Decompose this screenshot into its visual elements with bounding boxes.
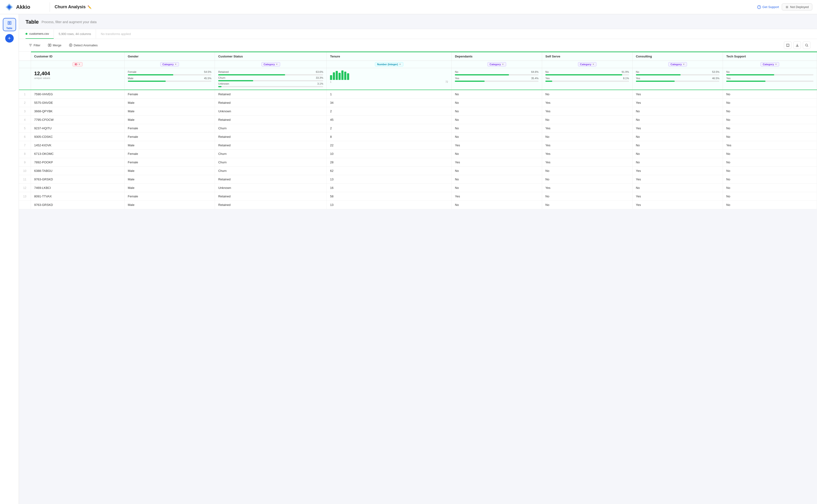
filter-label: Filter bbox=[34, 43, 40, 47]
type-cell-gender[interactable]: Category ▼ bbox=[124, 61, 215, 68]
edit-icon[interactable]: ✏️ bbox=[87, 5, 91, 9]
cell-gender: Male bbox=[124, 167, 215, 175]
col-header-customer-status[interactable]: Customer Status bbox=[215, 52, 327, 61]
type-row: ID ▼ Category ▼ Category ▼ Number (Integ… bbox=[19, 61, 817, 68]
not-deployed-button[interactable]: Not Deployed bbox=[782, 4, 812, 10]
type-badge-tech-support[interactable]: Category ▼ bbox=[761, 62, 779, 66]
download-icon-button[interactable] bbox=[793, 41, 801, 49]
cell-dependants: No bbox=[452, 116, 542, 124]
table-row[interactable]: 13 8091-TTVAX Female Retained 58 Yes No … bbox=[19, 192, 817, 201]
cell-tenure: 13 bbox=[327, 175, 452, 184]
type-badge-dependants[interactable]: Category ▼ bbox=[487, 62, 506, 66]
filter-button[interactable]: Filter bbox=[26, 42, 44, 48]
table-row[interactable]: 12 7469-LKBCI Male Unknown 16 No Yes No … bbox=[19, 184, 817, 192]
type-cell-tech-support[interactable]: Category ▼ bbox=[723, 61, 817, 68]
type-cell-customer-id[interactable]: ID ▼ bbox=[31, 61, 124, 68]
type-badge-consulting[interactable]: Category ▼ bbox=[668, 62, 687, 66]
table-row[interactable]: 9 7892-POOKP Female Churn 28 Yes Yes No … bbox=[19, 158, 817, 167]
cell-status: Churn bbox=[215, 150, 327, 158]
save-icon-button[interactable] bbox=[784, 41, 791, 49]
table-row[interactable]: 7 1452-KIOVK Male Retained 22 Yes Yes No… bbox=[19, 141, 817, 150]
header-divider bbox=[50, 2, 50, 12]
file-bar: customers.csv 5,900 rows, 44 columns No … bbox=[19, 29, 817, 39]
stats-tech-support: No Yes bbox=[723, 68, 817, 90]
type-cell-tenure[interactable]: Number (Integer) ▼ bbox=[327, 61, 452, 68]
merge-icon bbox=[48, 43, 51, 47]
type-badge-self-serve[interactable]: Category ▼ bbox=[578, 62, 597, 66]
project-title: Churn Analysis ✏️ bbox=[55, 4, 91, 9]
col-header-tenure[interactable]: Tenure bbox=[327, 52, 452, 61]
add-icon: + bbox=[8, 35, 11, 41]
cell-gender: Male bbox=[124, 175, 215, 184]
logo-text: Akkio bbox=[16, 4, 30, 10]
stat-row-female: Female 54.5% bbox=[128, 70, 212, 73]
merge-button[interactable]: Merge bbox=[45, 42, 65, 48]
stats-self-serve: No 91.9% Yes 8.1% bbox=[542, 68, 633, 90]
cell-status: Retained bbox=[215, 99, 327, 107]
stats-customer-status: Retained 63.6% Churn 33.3% Unknown 3.1% bbox=[215, 68, 327, 90]
svg-line-21 bbox=[807, 46, 808, 47]
table-row[interactable]: 8 6713-OKOMC Female Churn 10 No Yes No N… bbox=[19, 150, 817, 158]
cell-consulting: No bbox=[632, 184, 723, 192]
cell-self-serve: Yes bbox=[542, 107, 633, 116]
page-header: Table Process, filter and augment your d… bbox=[19, 14, 817, 29]
cell-consulting: Yes bbox=[632, 124, 723, 133]
file-tab[interactable]: customers.csv bbox=[26, 29, 54, 39]
data-tbody: 1 7590-VHVEG Female Retained 1 No No Yes… bbox=[19, 90, 817, 209]
col-header-self-serve[interactable]: Self Serve bbox=[542, 52, 633, 61]
type-badge-id[interactable]: ID ▼ bbox=[73, 62, 83, 66]
sidebar-item-table[interactable]: ⊞ Table bbox=[3, 18, 16, 31]
type-badge-status[interactable]: Category ▼ bbox=[261, 62, 280, 66]
type-badge-gender[interactable]: Category ▼ bbox=[160, 62, 179, 66]
table-row[interactable]: 10 6388-TABGU Male Churn 62 No No Yes No bbox=[19, 167, 817, 175]
cell-status: Retained bbox=[215, 141, 327, 150]
cell-tenure: 8 bbox=[327, 133, 452, 141]
cell-gender: Male bbox=[124, 99, 215, 107]
cell-tenure: 1 bbox=[327, 90, 452, 99]
col-header-consulting[interactable]: Consulting bbox=[632, 52, 723, 61]
cell-tenure: 16 bbox=[327, 184, 452, 192]
table-row[interactable]: 6 9305-CDSKC Female Retained 8 No No No … bbox=[19, 133, 817, 141]
cell-status: Retained bbox=[215, 133, 327, 141]
cell-consulting: Yes bbox=[632, 90, 723, 99]
type-cell-customer-status[interactable]: Category ▼ bbox=[215, 61, 327, 68]
cell-tenure: 2 bbox=[327, 107, 452, 116]
table-row[interactable]: 5 9237-HQITU Female Churn 2 No Yes Yes N… bbox=[19, 124, 817, 133]
cell-gender: Female bbox=[124, 192, 215, 201]
table-row[interactable]: 9763-GRSKD Male Retained 13 No No Yes No bbox=[19, 201, 817, 209]
stat-row-ss-yes: Yes 8.1% bbox=[545, 77, 629, 80]
not-deployed-label: Not Deployed bbox=[790, 5, 809, 9]
cell-dependants: No bbox=[452, 150, 542, 158]
col-header-gender[interactable]: Gender bbox=[124, 52, 215, 61]
search-icon-button[interactable] bbox=[803, 41, 810, 49]
type-cell-self-serve[interactable]: Category ▼ bbox=[542, 61, 633, 68]
svg-point-15 bbox=[70, 45, 71, 46]
table-row[interactable]: 3 3668-QPYBK Male Unknown 2 No Yes No No bbox=[19, 107, 817, 116]
col-header-customer-id[interactable]: Customer ID bbox=[31, 52, 124, 61]
cell-consulting: Yes bbox=[632, 175, 723, 184]
cell-consulting: No bbox=[632, 116, 723, 124]
type-cell-consulting[interactable]: Category ▼ bbox=[632, 61, 723, 68]
cell-self-serve: Yes bbox=[542, 124, 633, 133]
get-support-button[interactable]: ? Get Support bbox=[757, 5, 779, 9]
cell-dependants: No bbox=[452, 124, 542, 133]
row-number: 4 bbox=[19, 116, 31, 124]
type-badge-tenure[interactable]: Number (Integer) ▼ bbox=[375, 62, 403, 66]
col-header-tech-support[interactable]: Tech Support bbox=[723, 52, 817, 61]
type-cell-dependants[interactable]: Category ▼ bbox=[452, 61, 542, 68]
file-meta: 5,900 rows, 44 columns bbox=[54, 29, 96, 39]
col-header-dependants[interactable]: Dependants bbox=[452, 52, 542, 61]
table-row[interactable]: 1 7590-VHVEG Female Retained 1 No No Yes… bbox=[19, 90, 817, 99]
cell-consulting: No bbox=[632, 133, 723, 141]
cell-tech-support: No bbox=[723, 107, 817, 116]
detect-anomalies-button[interactable]: Detect Anomalies bbox=[66, 42, 101, 48]
cell-customer-id: 9763-GRSKD bbox=[31, 175, 124, 184]
add-node-button[interactable]: + bbox=[5, 34, 14, 43]
cell-dependants: Yes bbox=[452, 141, 542, 150]
table-row[interactable]: 4 7795-CFOCW Male Retained 45 No No No N… bbox=[19, 116, 817, 124]
cell-self-serve: No bbox=[542, 201, 633, 209]
row-number: 7 bbox=[19, 141, 31, 150]
table-row[interactable]: 11 9763-GRSKD Male Retained 13 No No Yes… bbox=[19, 175, 817, 184]
cell-consulting: No bbox=[632, 107, 723, 116]
table-row[interactable]: 2 5575-GNVDE Male Retained 34 No Yes Yes… bbox=[19, 99, 817, 107]
